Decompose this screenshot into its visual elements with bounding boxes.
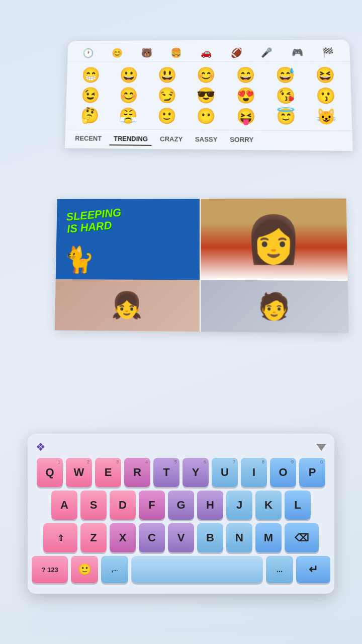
key-c[interactable]: C [139,523,165,552]
key-o-num: 9 [291,459,294,464]
key-i[interactable]: 8I [241,458,267,487]
keyboard-row-1: 1Q 2W 3E 4R 5T 6Y 7U 8I 9O 0P [32,458,330,487]
key-q-num: 1 [58,459,60,464]
tab-sorry[interactable]: SORRY [226,133,258,147]
keyboard-row-3: ⇧ Z X C V B N M ⌫ [32,523,330,552]
keyboard-row-4: ? 123 🙂 ,... ... ↵ [32,556,330,583]
emoji-grid: 😁 😀 😃 😊 😄 😅 😆 😉 😊 😏 😎 😍 😘 😗 🤔 😤 🙂 😶 😝 😇 … [65,62,352,131]
key-i-num: 8 [262,459,264,464]
key-s[interactable]: S [80,491,107,520]
key-f[interactable]: F [139,491,165,520]
emoji-item[interactable]: 😊 [110,86,147,105]
dots-key[interactable]: ... [266,556,293,583]
emoji-item[interactable]: 😊 [188,66,225,84]
comma-key[interactable]: ,... [101,556,128,583]
enter-key[interactable]: ↵ [296,556,330,583]
keyboard-header: ❖ [32,439,330,458]
cat-recent[interactable]: 🕐 [82,48,94,59]
emoji-item[interactable]: 😇 [266,107,305,126]
emoji-item[interactable]: 😁 [72,66,109,84]
key-p-num: 0 [320,459,323,464]
tab-recent[interactable]: RECENT [71,132,106,145]
emoji-item[interactable]: 🤔 [71,106,108,125]
cat-food[interactable]: 🍔 [171,47,182,58]
keyboard: ❖ 1Q 2W 3E 4R 5T 6Y 7U 8I 9O 0 [28,434,334,594]
key-q[interactable]: 1Q [37,458,63,487]
key-t[interactable]: 5T [153,458,179,487]
key-g[interactable]: G [168,491,194,520]
key-x[interactable]: X [110,523,136,552]
emoji-item[interactable]: 😅 [266,66,304,85]
emoji-item[interactable]: 😉 [72,86,109,104]
key-w[interactable]: 2W [66,458,92,487]
emoji-item[interactable]: 😤 [110,107,146,125]
key-u-num: 7 [233,459,235,464]
emoji-item[interactable]: 😶 [188,107,225,125]
sticker-tabs: RECENT TRENDING CRAZY SASSY SORRY [65,129,353,151]
cat-symbol[interactable]: 🎮 [291,47,303,58]
cat-object[interactable]: 🎤 [261,47,273,58]
tab-trending[interactable]: TRENDING [110,133,152,146]
backspace-key[interactable]: ⌫ [285,523,319,552]
emoji-item[interactable]: 😝 [227,107,264,126]
emoji-item[interactable]: 😆 [306,66,344,85]
cat-animal[interactable]: 🐻 [141,47,152,58]
shift-key[interactable]: ⇧ [43,523,77,552]
numbers-key[interactable]: ? 123 [32,556,68,583]
key-d[interactable]: D [110,491,136,520]
gif-item-girl[interactable]: 👧 [55,279,200,332]
emoji-item[interactable]: 😎 [188,87,225,105]
gif-item-woman[interactable]: 👩 [200,198,347,281]
emoji-item[interactable]: 😃 [149,66,186,84]
key-h[interactable]: H [197,491,223,520]
collapse-button[interactable] [316,444,326,451]
emoji-item[interactable]: 😺 [307,107,346,126]
emoji-key[interactable]: 🙂 [71,556,98,583]
key-y-num: 6 [204,459,206,464]
key-r-num: 4 [145,459,148,464]
key-y[interactable]: 6Y [183,458,209,487]
key-m[interactable]: M [255,523,282,552]
emoji-item[interactable]: 😀 [111,66,147,84]
key-o[interactable]: 9O [270,458,296,487]
apps-icon[interactable]: ❖ [36,441,46,454]
cat-face[interactable]: 😊 [112,48,123,59]
key-n[interactable]: N [226,523,252,552]
tab-sassy[interactable]: SASSY [191,133,222,147]
gif-item-sleeping[interactable]: SLEEPINGIS HARD 🐈 [56,199,200,280]
key-z[interactable]: Z [80,523,107,552]
emoji-categories[interactable]: 🕐 😊 🐻 🍔 🚗 🏈 🎤 🎮 🏁 [67,44,350,62]
key-u[interactable]: 7U [212,458,238,487]
key-t-num: 5 [174,459,177,464]
key-b[interactable]: B [197,523,223,552]
gif-panel: SLEEPINGIS HARD 🐈 👩 👧 🧑 [55,198,349,333]
key-k[interactable]: K [255,491,282,520]
key-a[interactable]: A [51,491,77,520]
cat-travel[interactable]: 🚗 [201,47,212,58]
emoji-item[interactable]: 🙂 [148,107,186,125]
key-l[interactable]: L [285,491,311,520]
emoji-panel: 🕐 😊 🐻 🍔 🚗 🏈 🎤 🎮 🏁 😁 😀 😃 😊 😄 😅 😆 😉 😊 😏 😎 … [65,40,353,151]
gif-row-bottom: 👧 🧑 [55,279,349,333]
key-w-num: 2 [87,459,89,464]
key-r[interactable]: 4R [124,458,150,487]
keyboard-row-2: A S D F G H J K L [32,491,330,520]
space-key[interactable] [131,556,263,583]
cat-activity[interactable]: 🏈 [231,47,242,58]
emoji-item[interactable]: 😗 [306,87,345,106]
key-p[interactable]: 0P [299,458,325,487]
key-j[interactable]: J [226,491,252,520]
cat-flag[interactable]: 🏁 [322,47,334,58]
key-e[interactable]: 3E [95,458,121,487]
gif-item-person[interactable]: 🧑 [201,280,349,333]
emoji-item[interactable]: 😘 [266,87,305,105]
tab-crazy[interactable]: CRAZY [156,133,187,146]
sleeping-text: SLEEPINGIS HARD [66,206,123,235]
emoji-item[interactable]: 😏 [149,86,186,105]
emoji-item[interactable]: 😍 [227,87,264,105]
key-v[interactable]: V [168,523,194,552]
keyboard-reflection [28,594,334,634]
emoji-item[interactable]: 😄 [227,66,264,85]
key-e-num: 3 [116,459,119,464]
gif-grid: SLEEPINGIS HARD 🐈 👩 [56,198,348,281]
